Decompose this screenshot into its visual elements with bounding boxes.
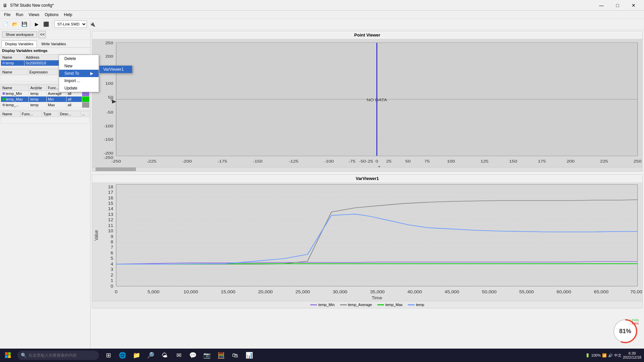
menu-views[interactable]: Views	[26, 12, 42, 18]
submenu-arrow-icon: ▶	[90, 71, 93, 76]
cell-address: 0x20000018	[24, 60, 62, 66]
volume-icon: 🔊	[608, 353, 613, 358]
taskbar-app-edge[interactable]: 🌐	[116, 349, 129, 362]
var-y-7: 7	[111, 245, 113, 250]
var-y-10: 10	[108, 229, 113, 233]
acq-cell-name: temp_Max	[1, 97, 29, 102]
comp-col-more: ...	[80, 111, 89, 117]
var-viewer-chart: 0 1 2 3 4 5 6 7 8 9 10 11 12 13 14 15 16	[92, 182, 642, 301]
acq-cell-acqvar: temp	[29, 91, 46, 97]
connect-button[interactable]: 🔌	[88, 20, 96, 28]
run-button[interactable]: ▶	[33, 20, 41, 28]
menu-bar: File Run Views Options Help	[0, 11, 644, 19]
computed-table: Name Func... Type Desc... ...	[1, 111, 90, 124]
taskbar-app-calc[interactable]: 🧮	[214, 349, 228, 362]
point-viewer-scrollbar[interactable]	[92, 167, 642, 171]
point-viewer-container: Point Viewer	[92, 31, 643, 172]
taskbar-app-mail[interactable]: ✉	[172, 349, 185, 362]
search-icon: 🔍	[21, 353, 26, 358]
perf-value: 81%	[619, 328, 631, 335]
x-label-150: 150	[509, 159, 517, 164]
context-delete[interactable]: Delete	[59, 55, 99, 62]
new-button[interactable]: 📄	[1, 20, 9, 28]
menu-options[interactable]: Options	[42, 12, 61, 18]
x-label-neg75: -75	[348, 159, 356, 164]
close-button[interactable]: ✕	[626, 0, 641, 11]
stop-button[interactable]: ⬛	[42, 20, 50, 28]
taskbar-app-taskview[interactable]: ⊞	[102, 349, 115, 362]
taskbar-app-store[interactable]: 🛍	[228, 349, 242, 362]
taskbar-app-chart[interactable]: 📊	[243, 349, 256, 362]
table-row[interactable]: temp_... temp Max all	[1, 102, 90, 108]
taskbar-app-explorer[interactable]: 📁	[130, 349, 143, 362]
acq-cell-scope: all	[66, 102, 82, 108]
acq-cell-color	[82, 97, 90, 102]
context-send-to[interactable]: Send To ▶	[59, 70, 99, 77]
open-button[interactable]: 📂	[11, 20, 19, 28]
taskbar-search-box[interactable]: 🔍	[17, 351, 99, 360]
var-y-18: 18	[108, 184, 113, 189]
acq-cell-func: Max	[46, 102, 66, 108]
var-y-9: 9	[111, 234, 113, 239]
context-update[interactable]: Update	[59, 84, 99, 92]
language-label: 中文	[614, 353, 622, 358]
x-label-100: 100	[447, 159, 455, 164]
save-button[interactable]: 💾	[20, 20, 28, 28]
computed-table-container: Name Func... Type Desc... ...	[0, 110, 90, 124]
x-label-neg25: -25	[366, 159, 373, 164]
taskbar-app-teams[interactable]: 💬	[186, 349, 200, 362]
comp-col-func: Func...	[20, 111, 42, 117]
acq-cell-color	[82, 102, 90, 108]
tab-write-variables[interactable]: Write Variables	[38, 41, 70, 47]
var-y-6: 6	[111, 251, 113, 255]
taskbar-app-camera[interactable]: 📷	[200, 349, 214, 362]
x-label-75: 75	[424, 159, 430, 164]
var-x-55000: 55,000	[519, 290, 534, 294]
table-row[interactable]: temp_Max temp Min all	[1, 97, 90, 102]
context-import[interactable]: Import ...	[59, 77, 99, 84]
point-viewer-svg: NO DATA 250 200 150 100 50 0 -50 -100 -1…	[92, 39, 642, 167]
collapse-button[interactable]: <<	[39, 31, 46, 38]
taskbar-app-search[interactable]: 🔎	[144, 349, 157, 362]
var-viewer-container: VarViewer1	[92, 174, 643, 308]
var-x-65000: 65,000	[594, 290, 609, 294]
x-label-neg50: -50	[359, 159, 366, 164]
context-new-label: New	[64, 64, 72, 68]
var-y-8: 8	[111, 240, 113, 244]
var-y-15: 15	[108, 201, 113, 206]
var-x-45000: 45,000	[445, 290, 460, 294]
taskbar: 🔍 ⊞ 🌐 📁 🔎 🌤 ✉ 💬 📷 🧮 🛍 📊 🔋 100% 📶 🔊 中文 6:…	[0, 349, 644, 362]
maximize-button[interactable]: □	[610, 0, 625, 11]
submenu-varviewer1[interactable]: VarViewer1	[99, 66, 132, 73]
context-new[interactable]: New	[59, 62, 99, 70]
network-icon: 📶	[602, 353, 607, 358]
var-y-16: 16	[108, 195, 113, 200]
row-indicator	[2, 92, 5, 95]
comp-col-desc: Desc...	[58, 111, 80, 117]
var-y-3: 3	[111, 267, 113, 272]
show-workspace-button[interactable]: Show workspace	[2, 32, 37, 38]
var-x-15000: 15,000	[221, 290, 235, 294]
context-menu: Delete New Send To ▶ Import ... Update	[59, 55, 99, 92]
var-x-25000: 25,000	[296, 290, 310, 294]
menu-file[interactable]: File	[1, 12, 13, 18]
menu-help[interactable]: Help	[61, 12, 75, 18]
menu-run[interactable]: Run	[13, 12, 26, 18]
taskbar-app-weather[interactable]: 🌤	[158, 349, 171, 362]
taskbar-search-input[interactable]	[29, 353, 96, 358]
legend-temp: temp	[408, 303, 424, 307]
start-button[interactable]	[0, 349, 16, 362]
y-label-neg100: -100	[104, 124, 113, 128]
connection-combo[interactable]: ST-Link SWD	[54, 20, 87, 28]
y-label-neg50: -50	[106, 110, 113, 115]
minimize-button[interactable]: —	[594, 0, 609, 11]
var-y-11: 11	[108, 223, 113, 228]
toolbar-sep2	[52, 21, 52, 27]
battery-icon: 🔋	[585, 353, 590, 358]
var-y-12: 12	[108, 218, 113, 222]
tab-display-variables[interactable]: Display Variables	[1, 41, 37, 47]
var-y-4: 4	[111, 262, 113, 266]
acq-cell-name: temp_Min	[1, 91, 29, 97]
scrollbar-thumb[interactable]	[96, 168, 136, 171]
x-label-0: 0	[376, 159, 378, 164]
